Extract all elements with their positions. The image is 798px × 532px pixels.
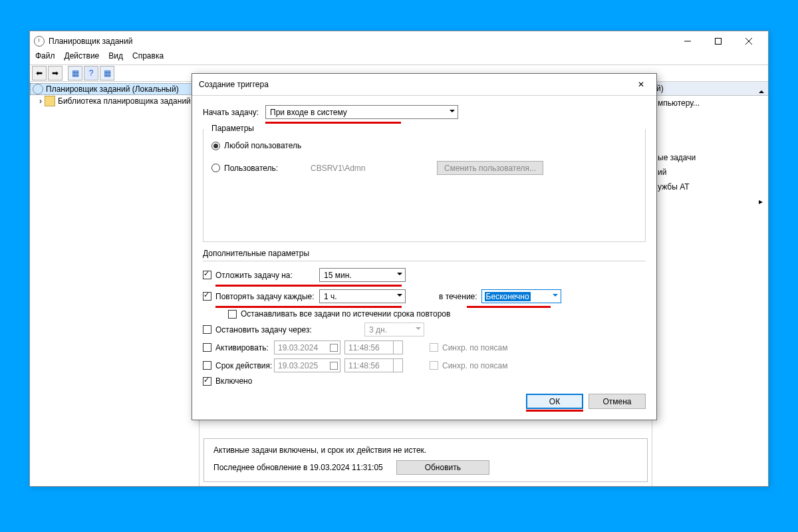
titlebar: Планировщик заданий [30, 31, 768, 51]
stop-after-checkbox[interactable] [203, 325, 211, 334]
dropdown-icon [397, 294, 402, 299]
stop-after-label: Остановить задачу через: [215, 325, 364, 334]
duration-label: в течение: [439, 292, 477, 301]
activate-time[interactable]: 11:48:56 [344, 340, 403, 354]
ok-button[interactable]: ОК [526, 394, 583, 409]
minimize-button[interactable] [672, 31, 703, 51]
sync-checkbox-2 [430, 361, 438, 370]
stop-after-value: 3 дн. [369, 325, 387, 334]
expire-date[interactable]: 19.03.2025 [274, 358, 340, 372]
activate-checkbox[interactable] [203, 343, 211, 352]
dropdown-icon [416, 327, 421, 332]
expire-time[interactable]: 11:48:56 [344, 358, 403, 372]
activate-date[interactable]: 19.03.2024 [274, 340, 340, 354]
svg-rect-1 [716, 39, 722, 45]
tree-root[interactable]: Планировщик заданий (Локальный) [30, 83, 199, 95]
start-task-value: При входе в систему [270, 108, 347, 117]
back-button[interactable]: ⬅ [32, 66, 47, 80]
menu-file[interactable]: Файл [35, 51, 55, 65]
maximize-button[interactable] [703, 31, 733, 51]
create-trigger-dialog: Создание триггера ✕ Начать задачу: При в… [192, 73, 657, 420]
delay-value: 15 мин. [324, 271, 352, 280]
action-item-1[interactable]: мпьютеру... [652, 96, 768, 110]
dropdown-icon [450, 110, 455, 115]
repeat-select[interactable]: 1 ч. [319, 289, 406, 303]
cancel-button[interactable]: Отмена [589, 394, 646, 409]
action-item-more[interactable]: ▸ [652, 194, 768, 209]
highlight-line-ok [526, 410, 583, 412]
duration-select[interactable]: Бесконечно [481, 289, 561, 303]
delay-checkbox[interactable] [203, 271, 211, 279]
tree-child[interactable]: › Библиотека планировщика заданий [30, 95, 199, 107]
dialog-titlebar: Создание триггера ✕ [192, 74, 656, 96]
tree-child-label: Библиотека планировщика заданий [58, 96, 191, 106]
action-item-3[interactable]: ий [652, 165, 768, 180]
action-item-4[interactable]: ужбы AT [652, 180, 768, 194]
enabled-label: Включено [215, 376, 252, 386]
status-area: Активные задачи включены, и срок их дейс… [203, 438, 648, 482]
status-line-2: Последнее обновление в 19.03.2024 11:31:… [213, 463, 383, 472]
highlight-line-2 [215, 285, 402, 287]
expire-checkbox[interactable] [203, 361, 211, 370]
highlight-line-1 [265, 122, 401, 124]
stop-all-label: Останавливать все задачи по истечении ср… [241, 309, 450, 319]
start-task-label: Начать задачу: [203, 108, 265, 117]
calendar-icon [330, 362, 338, 370]
radio-any-user-label: Любой пользователь [224, 141, 301, 150]
enabled-checkbox[interactable] [203, 377, 211, 386]
radio-specific-user[interactable] [211, 164, 220, 172]
user-name-value: CBSRV1\Admn [311, 164, 437, 173]
spinner-icon [393, 359, 402, 372]
window-title: Планировщик заданий [49, 37, 132, 46]
actions-header: й) [652, 82, 768, 96]
sync-checkbox-1 [430, 343, 438, 352]
menu-view[interactable]: Вид [108, 51, 123, 65]
actions-header-text: й) [656, 84, 664, 93]
stop-after-select[interactable]: 3 дн. [364, 323, 424, 336]
advanced-legend: Дополнительные параметры [203, 249, 646, 258]
stop-all-checkbox[interactable] [228, 310, 237, 319]
start-task-select[interactable]: При входе в систему [265, 105, 458, 119]
radio-any-user[interactable] [211, 142, 220, 150]
menubar: Файл Действие Вид Справка [30, 51, 768, 65]
forward-button[interactable]: ➡ [48, 66, 63, 80]
chevron-up-icon[interactable] [759, 85, 764, 93]
highlight-line-3b [467, 306, 551, 308]
sync-label-1: Синхр. по поясам [442, 343, 507, 352]
clock-icon [33, 84, 43, 94]
dropdown-icon [397, 273, 402, 278]
dialog-title: Создание триггера [199, 80, 269, 89]
menu-action[interactable]: Действие [65, 51, 100, 65]
refresh-button[interactable]: Обновить [396, 460, 489, 475]
repeat-label: Повторять задачу каждые: [215, 292, 319, 301]
repeat-checkbox[interactable] [203, 292, 211, 301]
app-icon [34, 36, 45, 47]
repeat-value: 1 ч. [324, 292, 337, 301]
calendar-icon [330, 344, 338, 352]
delay-label: Отложить задачу на: [215, 271, 319, 280]
radio-specific-user-label: Пользователь: [224, 164, 311, 173]
folder-icon [45, 96, 55, 106]
close-button[interactable] [733, 31, 764, 51]
tree-pane: Планировщик заданий (Локальный) › Библио… [30, 82, 200, 486]
sync-label-2: Синхр. по поясам [442, 361, 507, 370]
change-user-button[interactable]: Сменить пользователя... [437, 161, 543, 175]
action-item-2[interactable]: ые задачи [652, 150, 768, 165]
menu-help[interactable]: Справка [132, 51, 164, 65]
dialog-close-button[interactable]: ✕ [632, 80, 650, 89]
spinner-icon [393, 341, 402, 354]
expire-label: Срок действия: [215, 361, 274, 370]
params-legend: Параметры [209, 124, 257, 133]
highlight-line-3a [215, 306, 402, 308]
toolbar-btn-3[interactable]: ▦ [100, 66, 114, 80]
duration-value: Бесконечно [485, 292, 531, 301]
actions-pane: й) мпьютеру... ые задачи ий ужбы AT ▸ [652, 82, 768, 486]
tree-root-label: Планировщик заданий (Локальный) [46, 84, 179, 94]
dropdown-icon [553, 294, 558, 299]
help-button[interactable]: ? [84, 66, 98, 80]
expand-icon[interactable]: › [39, 96, 42, 106]
activate-label: Активировать: [215, 343, 274, 352]
status-line-1: Активные задачи включены, и срок их дейс… [213, 446, 638, 455]
delay-select[interactable]: 15 мин. [319, 268, 406, 282]
toolbar-btn-1[interactable]: ▦ [68, 66, 82, 80]
